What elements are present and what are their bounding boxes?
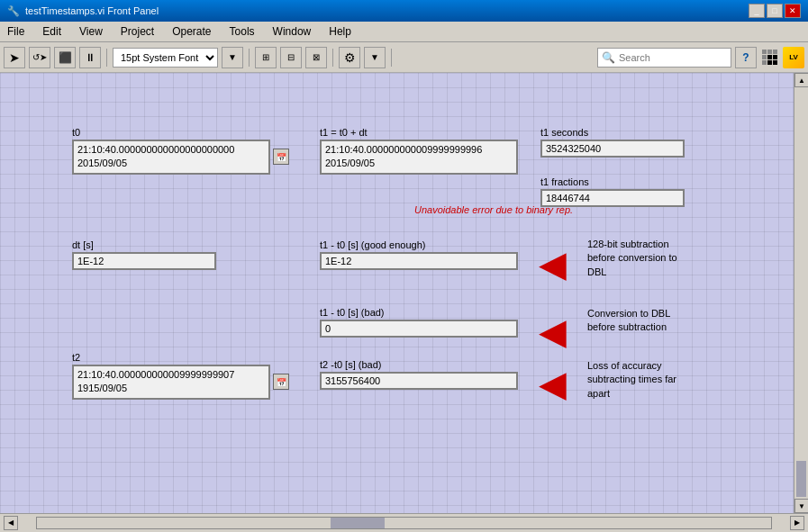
toolbar-separator-2 [249,49,250,67]
scroll-track-right[interactable] [794,87,808,459]
arrow1-annotation: 128-bit subtractionbefore conversion toD… [587,238,677,279]
front-panel[interactable]: t0 21:10:40.000000000000000000000 2015/0… [0,73,794,513]
t1-minus-t0-bad-control: t1 - t0 [s] (bad) 0 [320,307,518,338]
app-icon: 🔧 [7,5,20,17]
t2-minus-t0-bad-label: t2 -t0 [s] (bad) [320,359,518,370]
toolbar-separator-1 [106,49,107,67]
abort-button[interactable]: ⬛ [54,47,76,68]
t0-label: t0 [72,127,289,138]
arrow-1-icon: ◀ [539,246,567,282]
arrow3-annotation: Loss of accuracysubtracting times farapa… [587,359,676,401]
t2-label: t2 [72,352,289,363]
t2-calendar-icon[interactable]: 📅 [273,374,289,390]
minimize-button[interactable]: _ [749,4,765,18]
reorder-dropdown-button[interactable]: ▼ [364,47,386,68]
title-bar: 🔧 testTimestamps.vi Front Panel _ □ ✕ [0,0,808,22]
scroll-thumb-bottom[interactable] [331,518,385,528]
menu-project[interactable]: Project [117,23,158,40]
t1-fractions-control: t1 fractions 18446744 [540,176,685,207]
dt-value[interactable]: 1E-12 [72,252,216,270]
t2-value[interactable]: 21:10:40.000000000009999999907 1915/09/0… [72,365,270,400]
scroll-up-button[interactable]: ▲ [794,73,808,87]
scroll-down-button[interactable]: ▼ [794,499,808,513]
search-box[interactable]: 🔍 [597,48,731,68]
t1-value[interactable]: 21:10:40.000000000009999999996 2015/09/0… [320,140,518,175]
search-icon: 🔍 [602,51,615,64]
t1-minus-t0-good-label: t1 - t0 [s] (good enough) [320,239,518,250]
reorder-button[interactable]: ⚙ [339,47,360,68]
labview-logo: LV [783,47,804,68]
help-button[interactable]: ? [735,47,757,68]
t1-seconds-value[interactable]: 3524325040 [540,140,685,158]
arrow2-annotation: Conversion to DBLbefore subtraction [587,307,670,335]
menu-operate[interactable]: Operate [168,23,214,40]
main-container: t0 21:10:40.000000000000000000000 2015/0… [0,73,808,513]
t1-minus-t0-good-value[interactable]: 1E-12 [320,252,518,270]
menu-tools[interactable]: Tools [226,23,259,40]
scroll-left-button[interactable]: ◀ [4,516,18,530]
title-bar-left: 🔧 testTimestamps.vi Front Panel [7,5,159,17]
t0-value-container: 21:10:40.000000000000000000000 2015/09/0… [72,140,289,175]
font-dropdown-button[interactable]: ▼ [222,47,243,68]
scroll-thumb-right[interactable] [796,461,806,497]
scroll-right-button[interactable]: ▶ [790,516,804,530]
toolbar: ➤ ↺➤ ⬛ ⏸ 15pt System Font ▼ ⊞ ⊟ ⊠ ⚙ ▼ 🔍 … [0,42,808,73]
status-bar: ◀ ▶ [0,513,808,531]
pause-button[interactable]: ⏸ [79,47,101,68]
arrow-2-icon: ◀ [539,313,567,349]
menu-help[interactable]: Help [325,23,355,40]
arrow-3-icon: ◀ [539,365,567,401]
t2-minus-t0-bad-value[interactable]: 3155756400 [320,372,518,390]
menu-bar: File Edit View Project Operate Tools Win… [0,22,808,42]
title-bar-controls[interactable]: _ □ ✕ [749,4,801,18]
t1-seconds-label: t1 seconds [540,127,685,138]
t1-minus-t0-good-control: t1 - t0 [s] (good enough) 1E-12 [320,239,518,270]
menu-view[interactable]: View [76,23,106,40]
distribute-button[interactable]: ⊟ [280,47,302,68]
t0-calendar-icon[interactable]: 📅 [273,149,289,165]
t1-minus-t0-bad-value[interactable]: 0 [320,320,518,338]
dt-control: dt [s] 1E-12 [72,239,216,270]
window-title: testTimestamps.vi Front Panel [25,5,159,16]
toolbar-separator-4 [391,49,392,67]
menu-edit[interactable]: Edit [39,23,65,40]
t1-label: t1 = t0 + dt [320,127,518,138]
menu-file[interactable]: File [4,23,28,40]
search-input[interactable] [619,52,727,63]
run-continuously-button[interactable]: ↺➤ [29,47,50,68]
toolbar-separator-3 [332,49,333,67]
right-scrollbar[interactable]: ▲ ▼ [794,73,808,513]
t0-value[interactable]: 21:10:40.000000000000000000000 2015/09/0… [72,140,270,175]
dt-label: dt [s] [72,239,216,250]
maximize-button[interactable]: □ [767,4,783,18]
align-button[interactable]: ⊞ [255,47,277,68]
bottom-scrollbar[interactable] [36,517,772,529]
menu-window[interactable]: Window [269,23,315,40]
run-arrow-button[interactable]: ➤ [4,47,25,68]
error-annotation: Unavoidable error due to binary rep. [414,203,573,217]
t0-control: t0 21:10:40.000000000000000000000 2015/0… [72,127,289,175]
resize-button[interactable]: ⊠ [305,47,327,68]
font-selector[interactable]: 15pt System Font [113,48,218,68]
grid-panel-icon [760,48,779,67]
t1-seconds-control: t1 seconds 3524325040 [540,127,685,158]
t1-control: t1 = t0 + dt 21:10:40.000000000009999999… [320,127,518,175]
t1-fractions-label: t1 fractions [540,176,685,187]
t2-value-container: 21:10:40.000000000009999999907 1915/09/0… [72,365,289,400]
t2-minus-t0-bad-control: t2 -t0 [s] (bad) 3155756400 [320,359,518,390]
t2-control: t2 21:10:40.000000000009999999907 1915/0… [72,352,289,400]
close-button[interactable]: ✕ [785,4,801,18]
t1-minus-t0-bad-label: t1 - t0 [s] (bad) [320,307,518,318]
